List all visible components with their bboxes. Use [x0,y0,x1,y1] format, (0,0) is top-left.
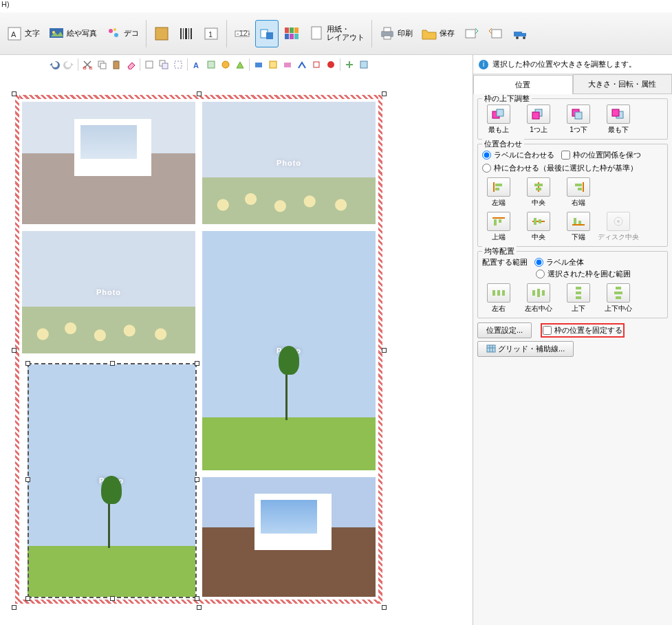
svg-rect-24 [294,34,299,39]
svg-rect-19 [285,28,289,33]
sub-icon-3[interactable] [172,58,184,71]
tool-save[interactable]: 保存 [418,20,458,47]
tool-export-3[interactable] [509,20,532,47]
svg-rect-76 [539,219,541,223]
tool-photo[interactable]: 絵や写真 [45,20,100,47]
svg-point-33 [516,36,519,39]
sub-icon-2[interactable] [158,58,170,71]
eraser-icon [126,60,136,69]
radio-range-label[interactable]: ラベル全体 [534,257,584,267]
svg-rect-27 [384,28,391,32]
svg-rect-91 [616,287,621,289]
check-lock-position[interactable]: 枠の位置を固定する [541,324,624,337]
svg-rect-70 [578,188,582,190]
ruler-icon: -12- [234,25,250,42]
photo-frame-2[interactable]: Photo [202,102,376,224]
main-toolbar: A 文字 絵や写真 デコ 1 -12- 用紙・レイアウト 印刷 保存 [0,12,672,55]
radio-align-label[interactable]: ラベルに合わせる [482,150,554,160]
tool-misc-1[interactable] [150,20,173,47]
btn-dist-h[interactable]: 左右 [482,283,515,314]
sub-icon-6[interactable] [234,58,246,71]
svg-rect-51 [314,62,319,67]
radio-align-frame[interactable]: 枠に合わせる（最後に選択した枠が基準） [482,163,638,173]
btn-align-hcenter[interactable]: 中央 [522,177,555,208]
undo-button[interactable] [48,58,61,71]
photo-frame-1[interactable]: Photo [22,102,195,224]
canvas[interactable]: Photo Photo Photo Photo Photo Photo [0,74,472,624]
svg-rect-78 [574,218,576,224]
svg-rect-86 [537,289,540,297]
sub-icon-10[interactable] [296,58,308,71]
paste-button[interactable] [110,58,122,71]
svg-rect-39 [113,61,119,69]
svg-point-34 [523,36,525,39]
sub-icon-8[interactable] [267,58,279,71]
photo-frame-6[interactable]: Photo [202,477,376,597]
photo-frame-4[interactable]: Photo [202,231,376,470]
tool-text[interactable]: A 文字 [3,20,43,47]
sub-icon-12[interactable] [325,58,337,71]
sub-icon-7[interactable] [252,58,265,71]
svg-rect-10 [185,28,187,39]
cut-button[interactable] [81,58,94,71]
grid-icon [486,344,496,353]
sub-icon-13[interactable] [343,58,356,71]
svg-rect-82 [492,290,495,296]
tool-misc-2[interactable] [175,20,198,47]
btn-forward[interactable]: 1つ上 [522,105,555,135]
svg-rect-28 [384,36,391,39]
sub-icon-text[interactable]: A [191,58,203,71]
svg-rect-49 [270,61,277,68]
sub-icon-14[interactable] [358,58,370,71]
tool-misc-4[interactable]: -12- [230,20,254,47]
btn-align-right[interactable]: 右端 [562,177,595,208]
svg-rect-31 [514,32,522,36]
barcode-icon [178,25,195,42]
sub-icon-5[interactable] [219,58,232,71]
sub-icon-4[interactable] [205,58,217,71]
btn-dist-hc[interactable]: 左右中心 [522,283,555,314]
btn-align-left[interactable]: 左端 [482,177,515,208]
btn-backward[interactable]: 1つ下 [562,105,595,135]
radio-range-selection[interactable]: 選択された枠を囲む範囲 [536,269,631,279]
tool-swatch[interactable] [280,20,303,47]
btn-align-vcenter[interactable]: 中央 [522,212,555,242]
sub-icon-1[interactable] [143,58,155,71]
tool-export-1[interactable] [459,20,483,47]
btn-align-top[interactable]: 上端 [482,212,515,242]
paper-icon [308,25,325,42]
btn-bring-front[interactable]: 最も上 [482,105,515,135]
tool-export-2[interactable] [484,20,508,47]
btn-position-settings[interactable]: 位置設定... [477,322,532,338]
tab-position[interactable]: 位置 [473,75,573,94]
photo-frame-3[interactable]: Photo [22,231,195,353]
sub-toolbar: A [48,56,370,73]
tool-print[interactable]: 印刷 [376,20,416,47]
copy-button[interactable] [96,58,108,71]
btn-align-bottom[interactable]: 下端 [562,212,595,242]
svg-point-4 [109,29,113,33]
tool-misc-3[interactable]: 1 [199,20,223,47]
tab-size[interactable]: 大きさ・回転・属性 [573,74,673,94]
svg-rect-72 [494,219,497,226]
tool-position-selected[interactable] [255,20,279,47]
svg-rect-23 [290,34,294,39]
info-icon: i [479,60,488,69]
btn-grid-guides[interactable]: グリッド・補助線... [477,341,574,357]
svg-rect-20 [290,28,294,33]
svg-rect-25 [312,27,321,39]
btn-dist-v[interactable]: 上下 [562,283,595,314]
btn-dist-vc[interactable]: 上下中心 [602,283,635,314]
layout-icon [259,25,275,42]
btn-send-back[interactable]: 最も下 [602,105,635,135]
svg-rect-89 [576,292,581,294]
delete-button[interactable] [124,58,137,71]
svg-rect-59 [575,112,582,119]
sub-icon-9[interactable] [281,58,294,71]
tool-deco[interactable]: デコ [102,20,142,47]
check-keep-relations[interactable]: 枠の位置関係を保つ [561,150,641,160]
tool-paper[interactable]: 用紙・レイアウト [305,20,368,47]
svg-rect-46 [208,61,215,68]
sub-icon-11[interactable] [310,58,323,71]
redo-button[interactable] [63,58,75,71]
